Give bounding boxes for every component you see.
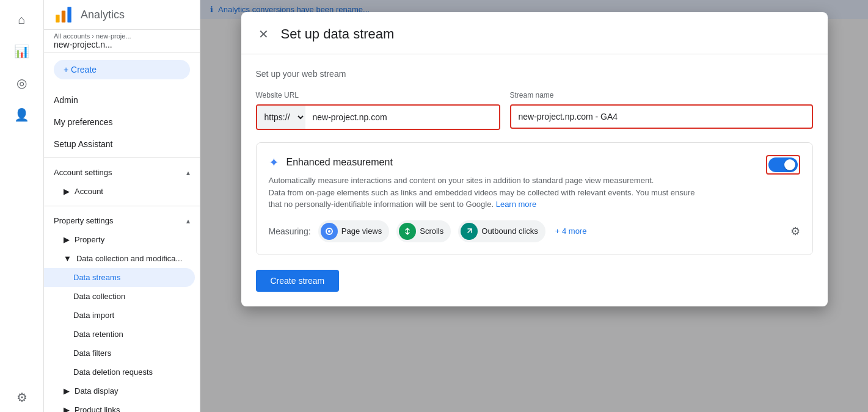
svg-rect-2 [67, 7, 71, 23]
data-filters-subitem[interactable]: Data filters [44, 344, 200, 363]
measuring-row: Measuring: Page views [269, 220, 800, 242]
create-button[interactable]: + Create [54, 60, 190, 79]
data-streams-subitem[interactable]: Data streams [44, 268, 195, 287]
property-item-label: Property [75, 235, 104, 244]
svg-rect-1 [62, 11, 65, 23]
create-stream-button[interactable]: Create stream [256, 270, 340, 292]
enhanced-description: Automatically measure interactions and c… [269, 175, 709, 211]
page-views-label: Page views [341, 226, 382, 236]
property-section-item[interactable]: ▶ Property [44, 230, 200, 249]
breadcrumb-top: All accounts › new-proje... [54, 32, 190, 40]
account-settings-section: Account settings ▴ ▶ Account [44, 157, 200, 206]
data-import-label: Data import [73, 311, 114, 320]
more-link[interactable]: + 4 more [555, 226, 587, 236]
analytics-logo-icon [54, 5, 73, 24]
admin-nav-item[interactable]: Admin [44, 89, 200, 111]
account-section-item[interactable]: ▶ Account [44, 182, 200, 201]
outbound-clicks-icon [461, 223, 478, 240]
breadcrumb: All accounts › new-proje... new-project.… [44, 30, 200, 52]
data-collection-sub-label: Data collection [73, 292, 125, 301]
set-up-stream-dialog: ✕ Set up data stream Set up your web str… [241, 12, 828, 306]
settings-nav-icon[interactable]: ⚙ [7, 383, 37, 412]
data-collection-chevron-icon: ▼ [64, 254, 71, 263]
account-settings-label: Account settings [54, 168, 112, 177]
stream-name-group: Stream name [510, 91, 813, 130]
enhanced-measurement-toggle[interactable] [768, 157, 798, 172]
protocol-select[interactable]: https:// http:// [257, 106, 305, 129]
data-retention-label: Data retention [73, 330, 123, 339]
property-settings-header[interactable]: Property settings ▴ [44, 211, 200, 230]
url-input-wrapper: https:// http:// [256, 104, 500, 130]
project-name: new-project.n... [54, 40, 190, 49]
dialog-overlay: ✕ Set up data stream Set up your web str… [200, 0, 868, 412]
toggle-wrapper [766, 155, 800, 175]
icon-navigation: ⌂ 📊 ◎ 👤 ⚙ [0, 0, 44, 412]
main-content: ℹ Analytics conversions have been rename… [200, 0, 868, 412]
product-links-label: Product links [75, 405, 120, 412]
measuring-label: Measuring: [269, 226, 311, 236]
close-dialog-button[interactable]: ✕ [256, 24, 271, 44]
data-deletion-label: Data deletion requests [73, 367, 153, 377]
data-streams-label: Data streams [73, 273, 120, 282]
product-links-chevron-icon: ▶ [64, 405, 70, 412]
enhanced-desc-text: Automatically measure interactions and c… [269, 176, 654, 185]
property-chevron-icon: ▶ [64, 235, 70, 244]
data-retention-subitem[interactable]: Data retention [44, 325, 200, 344]
sidebar: Analytics All accounts › new-proje... ne… [44, 0, 200, 412]
product-links-section-item[interactable]: ▶ Product links [44, 400, 200, 412]
website-url-label: Website URL [256, 91, 500, 99]
data-deletion-subitem[interactable]: Data deletion requests [44, 363, 200, 381]
page-views-chip: Page views [318, 220, 389, 242]
brand-area: Analytics [44, 0, 200, 30]
user-nav-icon[interactable]: 👤 [7, 100, 37, 129]
admin-nav: Admin My preferences Setup Assistant [44, 87, 200, 157]
enhanced-title-area: ✦ Enhanced measurement Automatically mea… [269, 155, 709, 211]
sparkle-icon: ✦ [269, 155, 279, 170]
target-nav-icon[interactable]: ◎ [7, 68, 37, 98]
website-url-input[interactable] [305, 106, 499, 129]
enhanced-title: Enhanced measurement [286, 157, 393, 168]
analytics-title: Analytics [81, 9, 125, 21]
measuring-gear-icon[interactable]: ⚙ [790, 225, 800, 238]
chevron-right-icon: ▶ [64, 187, 70, 196]
outbound-clicks-label: Outbound clicks [481, 226, 538, 236]
setup-assistant-label: Setup Assistant [54, 139, 113, 149]
preferences-label: My preferences [54, 117, 112, 127]
dialog-header: ✕ Set up data stream [241, 12, 828, 54]
admin-label: Admin [54, 95, 78, 105]
svg-point-4 [328, 230, 330, 233]
stream-name-label: Stream name [510, 91, 813, 99]
account-item-label: Account [75, 187, 103, 196]
scrolls-icon [399, 223, 416, 240]
property-settings-chevron-icon: ▴ [186, 217, 190, 225]
dialog-title: Set up data stream [281, 26, 395, 42]
preferences-nav-item[interactable]: My preferences [44, 111, 200, 133]
chart-nav-icon[interactable]: 📊 [7, 37, 37, 66]
website-url-group: Website URL https:// http:// [256, 91, 500, 130]
data-collection-subitem[interactable]: Data collection [44, 287, 200, 306]
learn-more-link[interactable]: Learn more [496, 200, 536, 209]
enhanced-header: ✦ Enhanced measurement Automatically mea… [269, 155, 800, 211]
property-settings-label: Property settings [54, 216, 114, 225]
data-collection-label: Data collection and modifica... [76, 254, 182, 263]
account-settings-chevron-icon: ▴ [186, 168, 190, 177]
outbound-clicks-chip: Outbound clicks [458, 220, 545, 242]
home-nav-icon[interactable]: ⌂ [7, 5, 37, 34]
stream-name-input[interactable] [510, 104, 813, 129]
enhanced-measurement-section: ✦ Enhanced measurement Automatically mea… [256, 142, 813, 255]
enhanced-title-row: ✦ Enhanced measurement [269, 155, 709, 170]
page-views-icon [321, 223, 338, 240]
data-filters-label: Data filters [73, 349, 111, 358]
data-display-section-item[interactable]: ▶ Data display [44, 381, 200, 400]
data-display-label: Data display [75, 386, 119, 396]
account-settings-header[interactable]: Account settings ▴ [44, 163, 200, 182]
dialog-subtitle: Set up your web stream [256, 69, 813, 79]
setup-assistant-nav-item[interactable]: Setup Assistant [44, 133, 200, 155]
scrolls-chip: Scrolls [396, 220, 451, 242]
property-settings-section: Property settings ▴ ▶ Property ▼ Data co… [44, 206, 200, 412]
svg-rect-0 [56, 15, 59, 23]
enhanced-desc-text2: Data from on-page elements such as links… [269, 188, 695, 209]
data-collection-section-item[interactable]: ▼ Data collection and modifica... [44, 249, 200, 268]
form-row: Website URL https:// http:// Stream name [256, 91, 813, 130]
data-import-subitem[interactable]: Data import [44, 306, 200, 325]
